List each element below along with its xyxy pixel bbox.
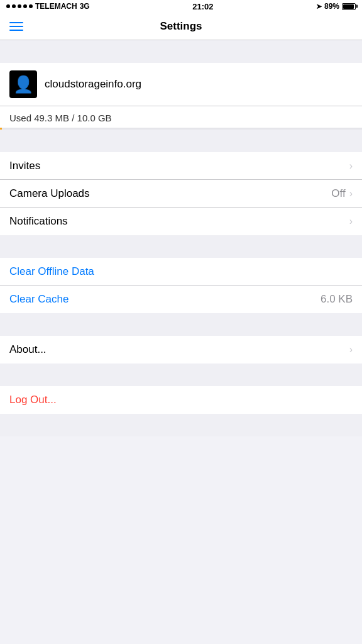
storage-row: Used 49.3 MB / 10.0 GB <box>0 106 362 130</box>
settings-row-invites[interactable]: Invites › <box>0 152 362 180</box>
invites-right: › <box>349 160 353 172</box>
section-gap-1 <box>0 130 362 152</box>
logout-label: Log Out... <box>9 394 57 406</box>
nav-bar: Settings <box>0 13 362 40</box>
section-gap-2 <box>0 235 362 258</box>
avatar-icon: 👤 <box>13 76 33 92</box>
clear-cache-value: 6.0 KB <box>321 293 353 306</box>
storage-bar-container <box>0 128 362 130</box>
hamburger-line-1 <box>9 22 23 23</box>
location-icon: ➤ <box>316 3 322 11</box>
invites-chevron: › <box>349 160 353 172</box>
camera-uploads-right: Off › <box>331 187 353 200</box>
camera-uploads-chevron: › <box>349 188 353 199</box>
battery-percent: 89% <box>324 2 339 11</box>
page-title: Settings <box>160 20 202 33</box>
clear-cache-label: Clear Cache <box>9 293 69 306</box>
network-label: 3G <box>80 2 90 11</box>
storage-bar-fill <box>0 128 2 130</box>
section-gap-top <box>0 40 362 63</box>
invites-label: Invites <box>9 160 40 172</box>
notifications-label: Notifications <box>9 215 68 228</box>
settings-row-about[interactable]: About... › <box>0 336 362 364</box>
avatar: 👤 <box>9 70 37 98</box>
account-section: 👤 cloudstorageinfo.org Used 49.3 MB / 10… <box>0 63 362 130</box>
notifications-chevron: › <box>349 216 353 227</box>
clear-cache-row[interactable]: Clear Cache 6.0 KB <box>0 286 362 313</box>
status-right: ➤ 89% <box>316 2 356 11</box>
settings-row-notifications[interactable]: Notifications › <box>0 208 362 235</box>
status-left: TELEMACH 3G <box>6 2 90 11</box>
status-time: 21:02 <box>192 2 213 11</box>
about-label: About... <box>9 343 47 356</box>
notifications-right: › <box>349 216 353 227</box>
camera-uploads-label: Camera Uploads <box>9 187 90 200</box>
settings-group-1: Invites › Camera Uploads Off › Notificat… <box>0 152 362 235</box>
clear-offline-data-row[interactable]: Clear Offline Data <box>0 258 362 286</box>
about-section: About... › <box>0 336 362 364</box>
about-chevron: › <box>349 344 353 355</box>
section-gap-4 <box>0 364 362 386</box>
menu-button[interactable] <box>9 22 23 31</box>
storage-text: Used 49.3 MB / 10.0 GB <box>9 113 112 123</box>
clear-actions-section: Clear Offline Data Clear Cache 6.0 KB <box>0 258 362 313</box>
battery-icon <box>342 3 356 10</box>
about-right: › <box>349 344 353 355</box>
carrier-label: TELEMACH <box>35 2 77 11</box>
section-gap-bottom <box>0 414 362 436</box>
section-gap-3 <box>0 313 362 336</box>
hamburger-line-3 <box>9 30 23 31</box>
hamburger-line-2 <box>9 26 23 27</box>
logout-section: Log Out... <box>0 386 362 414</box>
logout-row[interactable]: Log Out... <box>0 386 362 414</box>
camera-uploads-value: Off <box>331 187 345 200</box>
account-row: 👤 cloudstorageinfo.org <box>0 63 362 106</box>
account-domain: cloudstorageinfo.org <box>45 78 141 91</box>
clear-offline-data-label: Clear Offline Data <box>9 265 94 278</box>
settings-row-camera-uploads[interactable]: Camera Uploads Off › <box>0 180 362 208</box>
status-bar: TELEMACH 3G 21:02 ➤ 89% <box>0 0 362 13</box>
signal-dots <box>6 4 33 8</box>
